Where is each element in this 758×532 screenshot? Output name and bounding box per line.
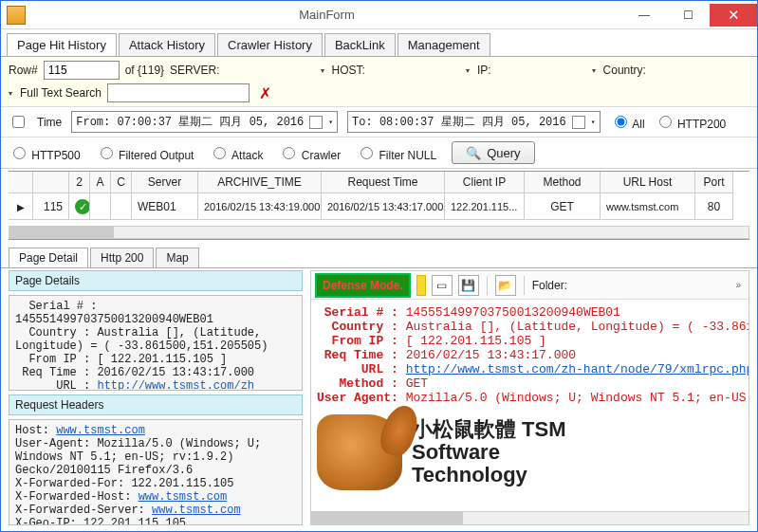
defense-mode-badge: Defense Mode. [315,273,411,298]
expand-icon[interactable]: » [735,280,745,290]
fts-input[interactable] [107,83,250,102]
filter-bar: Row# of {119} SERVER: ▾ HOST: ▾ IP: ▾ Co… [1,57,757,107]
tab-management[interactable]: Management [397,33,490,56]
url-link[interactable]: http://www.tsmst.com/zh [97,379,254,391]
radio-all[interactable]: All [610,113,645,131]
col-server: Server [132,172,198,193]
fts-label: Full Text Search [20,86,102,100]
titlebar: MainForm — ☐ ✕ [1,1,757,29]
col-url-host: URL Host [601,172,695,193]
radio-filternull[interactable]: Filter NULL [356,144,436,162]
detail-panel: Defense Mode. ▭ 💾 📂 Folder: » Serial # :… [310,270,749,525]
radio-filtered[interactable]: Filtered Output [96,144,194,162]
calendar-icon[interactable] [572,116,585,129]
maximize-button[interactable]: ☐ [666,4,710,27]
server-label: SERVER: [170,64,219,77]
subtab-map[interactable]: Map [156,248,198,267]
radio-http500[interactable]: HTTP500 [9,144,81,162]
col-a: A [90,172,111,193]
ip-dropdown[interactable]: ▾ [497,66,598,75]
save-icon[interactable]: 💾 [458,275,479,296]
page-details-box[interactable]: Serial # : 145551499703750013200940WEB01… [9,295,303,391]
col-request-time: Request Time [322,172,445,193]
tab-attack-history[interactable]: Attack History [119,33,215,56]
col-2: 2 [69,172,90,193]
col-port: Port [695,172,733,193]
request-headers-header: Request Headers [9,394,303,415]
tab-backlink[interactable]: BackLink [324,33,396,56]
detail-url-link[interactable]: http://www.tsmst.com/zh-hant/node/79/xml… [406,362,749,376]
host-link[interactable]: www.tsmst.com [56,424,145,437]
xfs-link[interactable]: www.tsmst.com [152,504,241,517]
tab-page-hit-history[interactable]: Page Hit History [7,33,117,56]
minimize-button[interactable]: — [622,4,666,27]
country-label: Country: [603,64,646,77]
detail-toolbar: Defense Mode. ▭ 💾 📂 Folder: » [311,271,749,300]
col-method: Method [525,172,601,193]
detail-hscrollbar[interactable] [311,511,749,524]
to-datetime[interactable]: To: 08:00:37 星期二 四月 05, 2016▾ [347,111,600,133]
detail-content[interactable]: Serial # : 145551499703750013200940WEB01… [311,300,749,511]
squirrel-icon [317,414,402,490]
row-pointer-icon: ▶ [17,202,25,212]
col-archive-time: ARCHIVE_TIME [198,172,322,193]
host-dropdown[interactable]: ▾ [371,66,471,75]
logo-block: 小松鼠軟體 TSM Software Technology [317,414,743,490]
sub-tabs: Page Detail Http 200 Map [1,242,757,268]
window-title: MainForm [31,8,622,22]
search-icon: 🔍 [466,146,481,160]
row-input[interactable] [44,61,120,80]
close-button[interactable]: ✕ [710,4,757,27]
request-headers-box[interactable]: Host: www.tsmst.com User-Agent: Mozilla/… [9,419,303,525]
page-details-header: Page Details [9,270,303,291]
radio-http200[interactable]: HTTP200 [655,113,727,131]
subtab-page-detail[interactable]: Page Detail [9,248,88,267]
query-button[interactable]: 🔍Query [452,141,534,164]
from-datetime[interactable]: From: 07:00:37 星期二 四月 05, 2016▾ [71,111,338,133]
clear-search-icon[interactable]: ✗ [259,84,271,102]
main-tabs: Page Hit History Attack History Crawler … [1,29,757,57]
app-icon [7,6,26,25]
host-label: HOST: [332,64,365,77]
table-row[interactable]: ▶ 115 ✓ WEB01 2016/02/15 13:43:19.000 20… [9,193,749,220]
xfh-link[interactable]: www.tsmst.com [139,490,228,504]
yellow-indicator [416,275,426,296]
tab-crawler-history[interactable]: Crawler History [217,33,323,56]
status-ok-icon: ✓ [75,199,90,214]
row-label: Row# [9,64,38,77]
ip-label: IP: [477,64,491,77]
col-c: C [111,172,132,193]
of-label: of {119} [125,64,164,77]
folder-label: Folder: [532,279,567,292]
time-label: Time [37,116,62,129]
unknown-dropdown[interactable]: ▾ [9,89,14,98]
time-checkbox[interactable] [12,116,25,128]
subtab-http-200[interactable]: Http 200 [90,248,154,267]
grid-hscrollbar[interactable] [9,226,749,239]
radio-attack[interactable]: Attack [209,144,263,162]
data-grid[interactable]: 2 A C Server ARCHIVE_TIME Request Time C… [9,171,749,240]
col-client-ip: Client IP [445,172,525,193]
tool-btn-1[interactable]: ▭ [432,275,453,296]
calendar-icon[interactable] [309,116,323,129]
server-dropdown[interactable]: ▾ [226,66,326,75]
open-folder-icon[interactable]: 📂 [495,275,516,296]
grid-header: 2 A C Server ARCHIVE_TIME Request Time C… [9,172,749,193]
filter-radios: HTTP500 Filtered Output Attack Crawler F… [1,138,757,169]
time-row: Time From: 07:00:37 星期二 四月 05, 2016▾ To:… [1,107,757,138]
radio-crawler[interactable]: Crawler [278,144,341,162]
